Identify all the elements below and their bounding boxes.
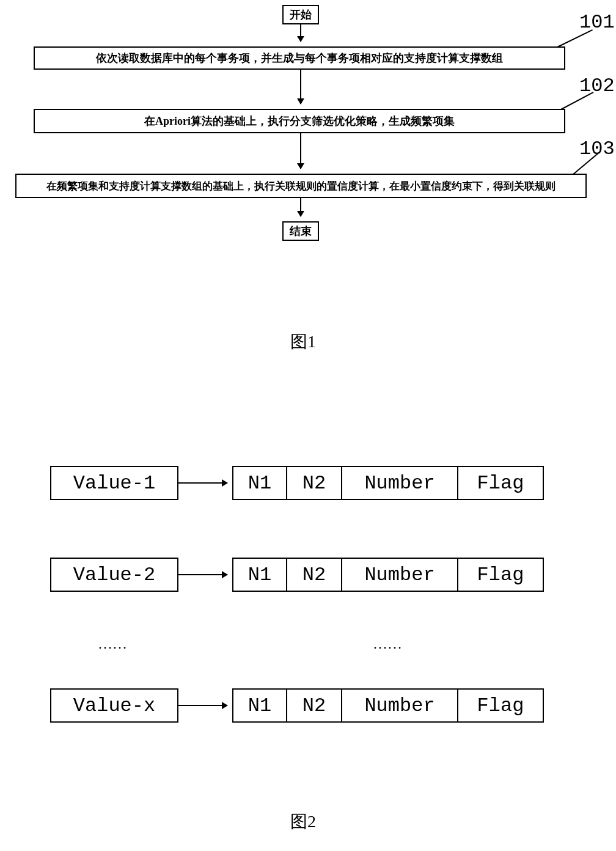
callout-101-label: 101 bbox=[579, 11, 615, 34]
arrow-rowx bbox=[178, 705, 227, 706]
step-102-text: 在Apriori算法的基础上，执行分支筛选优化策略，生成频繁项集 bbox=[144, 114, 455, 128]
value-2-text: Value-2 bbox=[73, 564, 155, 586]
callout-102-label: 102 bbox=[579, 75, 615, 97]
arrow-row2 bbox=[178, 574, 227, 575]
n2-cell-x: N2 bbox=[287, 688, 342, 723]
start-label: 开始 bbox=[290, 7, 312, 22]
arrow-row1 bbox=[178, 482, 227, 484]
end-box: 结束 bbox=[282, 221, 319, 241]
fig1-caption: 图1 bbox=[290, 330, 316, 353]
step-103-box: 在频繁项集和支持度计算支撑数组的基础上，执行关联规则的置信度计算，在最小置信度约… bbox=[15, 174, 587, 198]
arrow-2 bbox=[300, 70, 301, 104]
ellipsis-left: …… bbox=[98, 636, 127, 652]
n1-cell-x: N1 bbox=[232, 688, 287, 723]
n1-cell-1: N1 bbox=[232, 466, 287, 500]
value-x-box: Value-x bbox=[50, 688, 178, 723]
arrow-1 bbox=[300, 24, 301, 42]
arrow-4 bbox=[300, 198, 301, 216]
step-101-box: 依次读取数据库中的每个事务项，并生成与每个事务项相对应的支持度计算支撑数组 bbox=[34, 46, 565, 70]
number-cell-x: Number bbox=[342, 688, 458, 723]
value-1-box: Value-1 bbox=[50, 466, 178, 500]
flag-cell-2: Flag bbox=[458, 558, 544, 592]
n2-cell-2: N2 bbox=[287, 558, 342, 592]
fields-row-2: N1 N2 Number Flag bbox=[232, 558, 544, 592]
fields-row-x: N1 N2 Number Flag bbox=[232, 688, 544, 723]
fig2-caption: 图2 bbox=[290, 810, 316, 833]
callout-103-label: 103 bbox=[579, 138, 615, 160]
number-cell-1: Number bbox=[342, 466, 458, 500]
end-label: 结束 bbox=[290, 224, 312, 238]
n2-cell-1: N2 bbox=[287, 466, 342, 500]
number-cell-2: Number bbox=[342, 558, 458, 592]
start-box: 开始 bbox=[282, 5, 319, 24]
step-103-text: 在频繁项集和支持度计算支撑数组的基础上，执行关联规则的置信度计算，在最小置信度约… bbox=[46, 179, 556, 193]
flag-cell-x: Flag bbox=[458, 688, 544, 723]
ellipsis-right: …… bbox=[373, 636, 402, 652]
arrow-3 bbox=[300, 133, 301, 169]
value-2-box: Value-2 bbox=[50, 558, 178, 592]
value-x-text: Value-x bbox=[73, 694, 155, 717]
flag-cell-1: Flag bbox=[458, 466, 544, 500]
step-102-box: 在Apriori算法的基础上，执行分支筛选优化策略，生成频繁项集 bbox=[34, 109, 565, 133]
value-1-text: Value-1 bbox=[73, 472, 155, 495]
fields-row-1: N1 N2 Number Flag bbox=[232, 466, 544, 500]
step-101-text: 依次读取数据库中的每个事务项，并生成与每个事务项相对应的支持度计算支撑数组 bbox=[96, 51, 503, 65]
n1-cell-2: N1 bbox=[232, 558, 287, 592]
